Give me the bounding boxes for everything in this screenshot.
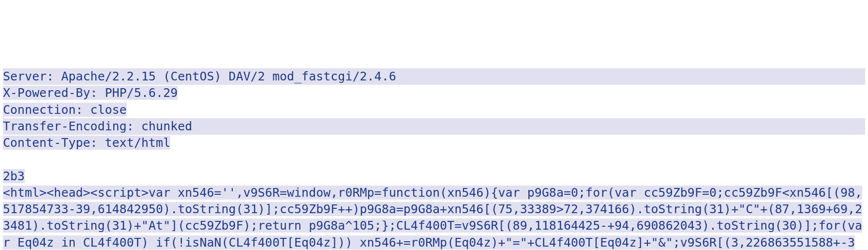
header-x-powered-by: X-Powered-By: PHP/5.6.29 (3, 85, 865, 101)
chunk-size: 2b3 (3, 168, 865, 185)
header-content-type: Content-Type: text/html (3, 135, 865, 151)
html-body-content: <html><head><script>var xn546='',v9S6R=w… (3, 186, 862, 250)
header-connection: Connection: close (3, 102, 865, 118)
header-transfer-encoding: Transfer-Encoding: chunked (3, 118, 865, 135)
blank-line (3, 151, 865, 168)
header-server: Server: Apache/2.2.15 (CentOS) DAV/2 mod… (3, 68, 865, 85)
http-response-block: Server: Apache/2.2.15 (CentOS) DAV/2 mod… (3, 68, 865, 250)
